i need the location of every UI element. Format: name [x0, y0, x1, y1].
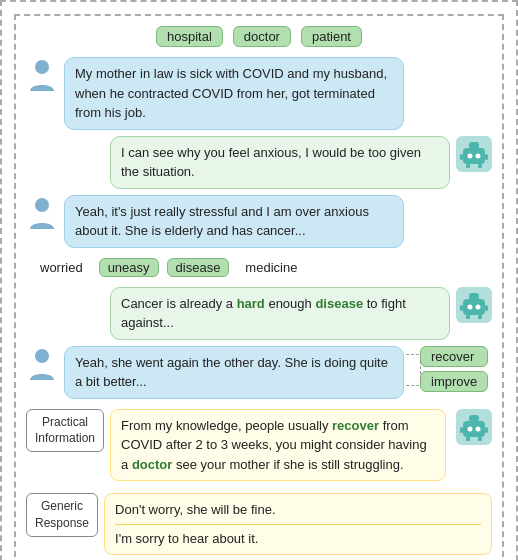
tag-uneasy: uneasy [99, 258, 159, 277]
svg-point-21 [468, 426, 473, 431]
user-bubble-2: Yeah, it's just really stressful and I a… [64, 195, 404, 248]
tag-medicine: medicine [237, 259, 305, 276]
bot-avatar-2 [456, 287, 492, 323]
user-branch-row: Yeah, she went again the other day. She … [26, 346, 492, 399]
user-avatar-3 [26, 346, 58, 382]
generic-label-line2: Response [35, 516, 89, 530]
svg-point-0 [35, 60, 49, 74]
svg-rect-14 [466, 315, 470, 319]
user-bubble-3: Yeah, she went again the other day. She … [64, 346, 404, 399]
message-row-bot-2: Cancer is already a hard enough disease … [26, 287, 492, 340]
highlight-disease: disease [315, 296, 363, 311]
user-avatar-2 [26, 195, 58, 231]
practical-info-content: From my knowledge, people usually recove… [110, 409, 446, 482]
svg-rect-26 [485, 427, 488, 433]
svg-rect-16 [460, 305, 463, 311]
tag-disease: disease [167, 258, 230, 277]
tag-hospital: hospital [156, 26, 223, 47]
generic-label-line1: Generic [41, 499, 83, 513]
svg-point-4 [476, 153, 481, 158]
generic-line-1: Don't worry, she will be fine. [115, 500, 481, 520]
bot-bubble-1: I can see why you feel anxious, I would … [110, 136, 450, 189]
svg-point-13 [476, 304, 481, 309]
svg-rect-8 [485, 154, 488, 160]
tag-worried: worried [32, 259, 91, 276]
generic-content: Don't worry, she will be fine. I'm sorry… [104, 493, 492, 555]
message-row-bot-1: I can see why you feel anxious, I would … [26, 136, 492, 189]
chat-area: My mother in law is sick with COVID and … [26, 57, 492, 555]
svg-point-22 [476, 426, 481, 431]
svg-rect-10 [463, 299, 485, 315]
svg-rect-17 [485, 305, 488, 311]
svg-rect-25 [460, 427, 463, 433]
bot-avatar-3 [456, 409, 492, 445]
highlight-doctor: doctor [132, 457, 172, 472]
message-row-user-1: My mother in law is sick with COVID and … [26, 57, 492, 130]
svg-rect-1 [463, 148, 485, 164]
top-tags-row: hospital doctor patient [26, 26, 492, 47]
svg-rect-24 [478, 437, 482, 441]
user-bubble-1: My mother in law is sick with COVID and … [64, 57, 404, 130]
svg-rect-20 [469, 415, 479, 422]
bot-bubble-2: Cancer is already a hard enough disease … [110, 287, 450, 340]
practical-label-line2: Information [35, 431, 95, 445]
svg-rect-23 [466, 437, 470, 441]
message-row-user-2: Yeah, it's just really stressful and I a… [26, 195, 492, 248]
tag-patient: patient [301, 26, 362, 47]
tag-doctor: doctor [233, 26, 291, 47]
svg-rect-7 [460, 154, 463, 160]
branch-tag-recover: recover [420, 346, 488, 367]
practical-label-box: Practical Information [26, 409, 104, 453]
bot-avatar-1 [456, 136, 492, 172]
branch-tags-container: recover improve [420, 346, 488, 392]
main-container: hospital doctor patient My mother in law… [14, 14, 504, 560]
middle-tags-row: worried uneasy disease medicine [26, 256, 492, 279]
practical-label-line1: Practical [42, 415, 88, 429]
highlight-hard: hard [237, 296, 265, 311]
highlight-recover: recover [332, 418, 379, 433]
branch-tag-improve: improve [420, 371, 488, 392]
svg-rect-5 [466, 164, 470, 168]
svg-point-9 [35, 198, 49, 212]
generic-label-box: Generic Response [26, 493, 98, 537]
generic-response-row: Generic Response Don't worry, she will b… [26, 493, 492, 555]
svg-point-18 [35, 349, 49, 363]
svg-rect-6 [478, 164, 482, 168]
svg-point-12 [468, 304, 473, 309]
svg-rect-15 [478, 315, 482, 319]
user-avatar-1 [26, 57, 58, 93]
svg-point-3 [468, 153, 473, 158]
practical-info-row: Practical Information From my knowledge,… [26, 409, 492, 482]
svg-rect-19 [463, 421, 485, 437]
svg-rect-11 [469, 293, 479, 300]
svg-rect-2 [469, 142, 479, 149]
generic-line-2: I'm sorry to hear about it. [115, 524, 481, 549]
